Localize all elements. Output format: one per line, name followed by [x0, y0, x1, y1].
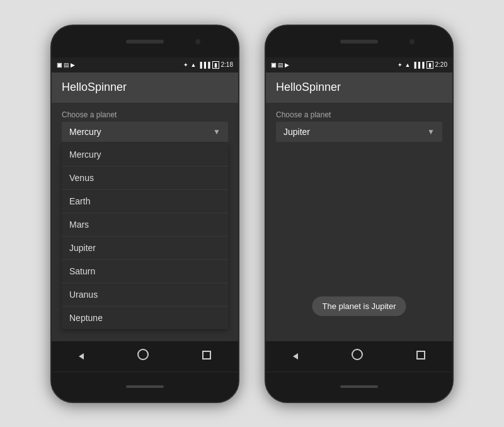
planet-saturn[interactable]: Saturn — [62, 260, 228, 283]
status-bar-right: ▣ ▤ ▶ ✦ ▲ ▐▐▐ ▮ 2:20 — [266, 57, 452, 73]
status-right-right-icons: ✦ ▲ ▐▐▐ ▮ 2:20 — [398, 61, 447, 69]
speaker-left — [126, 40, 164, 44]
screen-right: ▣ ▤ ▶ ✦ ▲ ▐▐▐ ▮ 2:20 HelloSpinner Choose… — [266, 57, 452, 371]
back-button-left[interactable] — [79, 349, 84, 363]
status-time-left: 2:18 — [221, 61, 233, 68]
phone-left: ▣ ▤ ▶ ✦ ▲ ▐▐▐ ▮ 2:18 HelloSpinner Choose… — [50, 25, 239, 403]
back-button-right[interactable] — [293, 349, 298, 363]
home-button-right[interactable] — [352, 349, 363, 363]
speaker-right — [340, 40, 378, 44]
screen-left: ▣ ▤ ▶ ✦ ▲ ▐▐▐ ▮ 2:18 HelloSpinner Choose… — [52, 57, 238, 371]
toast-right: The planet is Jupiter — [312, 296, 406, 316]
app-title-right: HelloSpinner — [276, 81, 341, 94]
status-left-icons: ▣ ▤ ▶ — [57, 62, 75, 68]
spinner-value-left: Mercury — [69, 127, 101, 137]
planet-earth[interactable]: Earth — [62, 190, 228, 213]
status-icon-3: ▶ — [71, 62, 75, 68]
spinner-right[interactable]: Jupiter ▼ — [276, 122, 442, 142]
planet-neptune[interactable]: Neptune — [62, 307, 228, 329]
content-right: Choose a planet Jupiter ▼ The planet is … — [266, 103, 452, 341]
status-icon-2: ▤ — [64, 62, 69, 68]
app-bar-left: HelloSpinner — [52, 73, 238, 103]
phone-bottom-right — [266, 371, 452, 402]
bottom-bar-right — [340, 385, 378, 388]
wifi-icon: ▲ — [190, 62, 196, 68]
status-icon-r2: ▤ — [278, 62, 284, 68]
status-time-right: 2:20 — [435, 61, 447, 68]
dropdown-list-left[interactable]: Mercury Venus Earth Mars Jupiter Saturn … — [62, 143, 228, 329]
camera-right — [410, 39, 415, 44]
spinner-arrow-right: ▼ — [427, 127, 435, 136]
status-right-icons: ✦ ▲ ▐▐▐ ▮ 2:18 — [183, 61, 233, 69]
camera-left — [195, 39, 200, 44]
content-left: Choose a planet Mercury ▼ Mercury Venus … — [52, 103, 238, 341]
battery-icon: ▮ — [212, 61, 219, 69]
phone-bottom-left — [52, 371, 238, 402]
status-bar-left: ▣ ▤ ▶ ✦ ▲ ▐▐▐ ▮ 2:18 — [52, 57, 238, 73]
app-bar-right: HelloSpinner — [266, 73, 452, 103]
wifi-icon-r: ▲ — [404, 62, 410, 68]
planet-uranus[interactable]: Uranus — [62, 283, 228, 307]
signal-icon-r: ▐▐▐ — [412, 62, 424, 68]
phone-top-left — [52, 26, 238, 57]
signal-icon: ▐▐▐ — [198, 62, 210, 68]
planet-mercury[interactable]: Mercury — [62, 143, 228, 167]
app-title-left: HelloSpinner — [62, 81, 127, 94]
bluetooth-icon: ✦ — [183, 62, 188, 68]
bottom-nav-left — [52, 341, 238, 371]
status-icon-r3: ▶ — [285, 62, 289, 68]
bluetooth-icon-r: ✦ — [398, 62, 403, 68]
spinner-label-right: Choose a planet — [276, 110, 442, 119]
bottom-nav-right — [266, 341, 452, 371]
status-icon-1: ▣ — [57, 62, 62, 68]
planet-venus[interactable]: Venus — [62, 167, 228, 190]
recent-button-left[interactable] — [202, 349, 211, 363]
bottom-bar-left — [126, 385, 164, 388]
spinner-value-right: Jupiter — [284, 127, 310, 137]
phone-top-right — [266, 26, 452, 57]
planet-mars[interactable]: Mars — [62, 213, 228, 237]
battery-icon-r: ▮ — [427, 61, 433, 69]
phone-right: ▣ ▤ ▶ ✦ ▲ ▐▐▐ ▮ 2:20 HelloSpinner Choose… — [265, 25, 454, 403]
recent-button-right[interactable] — [416, 349, 425, 363]
status-right-left-icons: ▣ ▤ ▶ — [271, 62, 289, 68]
spinner-arrow-left: ▼ — [213, 127, 220, 136]
status-icon-r1: ▣ — [271, 62, 277, 68]
planet-jupiter[interactable]: Jupiter — [62, 237, 228, 260]
home-button-left[interactable] — [137, 349, 149, 363]
spinner-left[interactable]: Mercury ▼ — [62, 122, 228, 142]
spinner-label-left: Choose a planet — [62, 110, 228, 119]
